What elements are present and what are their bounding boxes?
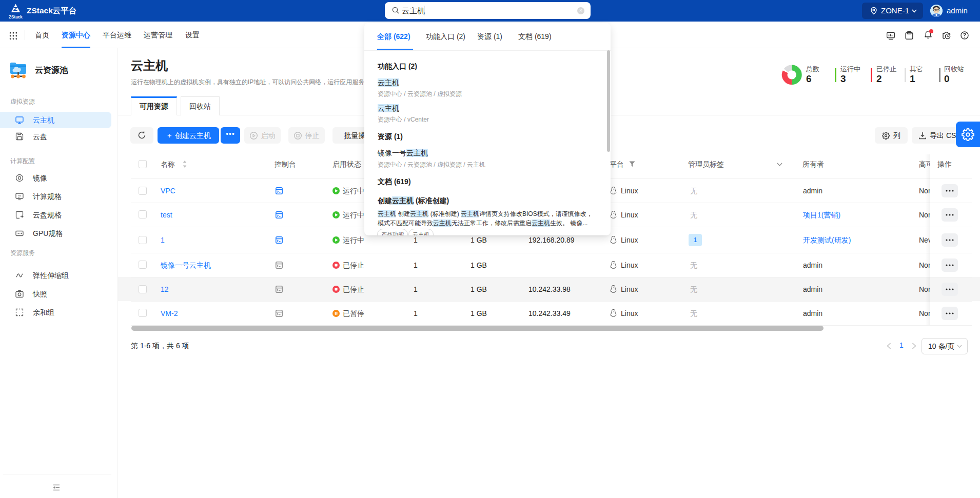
svg-text:ZStack: ZStack [9,15,23,19]
